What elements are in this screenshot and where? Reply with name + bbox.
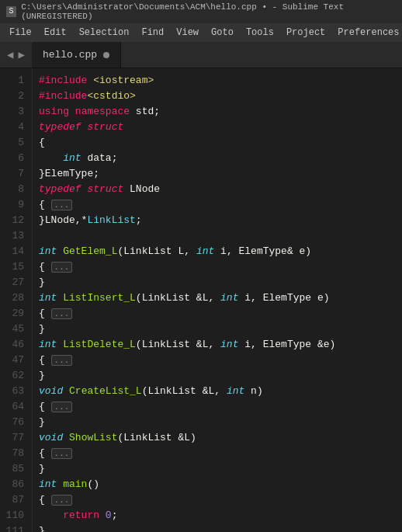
- menu-tools[interactable]: Tools: [240, 26, 280, 40]
- line-num-14: 14: [5, 244, 24, 259]
- line-num-27: 27: [5, 275, 24, 290]
- nav-right-arrow[interactable]: ▶: [16, 48, 26, 61]
- line-num-6: 6: [5, 151, 24, 166]
- line-num-64: 64: [5, 399, 24, 415]
- line-num-9: 9: [5, 197, 24, 213]
- tab-modified-dot: [103, 52, 109, 58]
- menu-file[interactable]: File: [3, 26, 38, 40]
- line-num-110: 110: [5, 508, 24, 523]
- line-num-28: 28: [5, 290, 24, 306]
- menu-bar: File Edit Selection Find View Goto Tools…: [0, 23, 402, 42]
- line-num-85: 85: [5, 461, 24, 477]
- line-num-15: 15: [5, 259, 24, 275]
- line-num-63: 63: [5, 384, 24, 399]
- menu-goto[interactable]: Goto: [205, 26, 240, 40]
- tab-hello-cpp[interactable]: hello.cpp: [32, 42, 121, 68]
- menu-preferences[interactable]: Preferences: [331, 26, 402, 40]
- menu-project[interactable]: Project: [280, 26, 331, 40]
- line-num-8: 8: [5, 182, 24, 197]
- nav-left-arrow[interactable]: ◀: [5, 48, 16, 61]
- nav-arrows: ◀ ▶: [0, 48, 32, 61]
- line-num-2: 2: [5, 89, 24, 104]
- app-icon: S: [6, 6, 16, 17]
- line-num-78: 78: [5, 446, 24, 461]
- line-num-1: 1: [5, 73, 24, 89]
- menu-edit[interactable]: Edit: [38, 26, 73, 40]
- title-bar: S C:\Users\Administrator\Documents\ACM\h…: [0, 0, 402, 23]
- line-num-12: 12: [5, 213, 24, 228]
- line-numbers: 1 2 3 4 5 6 7 8 9 12 13 14 15 27 28 29 4…: [0, 68, 33, 532]
- menu-selection[interactable]: Selection: [73, 26, 136, 40]
- line-num-13: 13: [5, 228, 24, 244]
- line-num-5: 5: [5, 135, 24, 151]
- tab-bar: ◀ ▶ hello.cpp: [0, 42, 402, 68]
- line-num-46: 46: [5, 337, 24, 353]
- line-num-29: 29: [5, 306, 24, 322]
- line-num-76: 76: [5, 415, 24, 430]
- line-num-3: 3: [5, 104, 24, 120]
- line-num-77: 77: [5, 430, 24, 446]
- menu-view[interactable]: View: [170, 26, 205, 40]
- line-num-62: 62: [5, 368, 24, 384]
- tab-label: hello.cpp: [43, 49, 97, 61]
- line-num-7: 7: [5, 166, 24, 182]
- menu-find[interactable]: Find: [135, 26, 170, 40]
- line-num-47: 47: [5, 353, 24, 368]
- line-num-4: 4: [5, 120, 24, 135]
- code-content[interactable]: #include <iostream> #include<cstdio> usi…: [33, 68, 402, 532]
- line-num-111: 111: [5, 523, 24, 532]
- line-num-87: 87: [5, 492, 24, 508]
- line-num-86: 86: [5, 477, 24, 492]
- window-title: C:\Users\Administrator\Documents\ACM\hel…: [21, 2, 396, 21]
- line-num-45: 45: [5, 322, 24, 337]
- code-area: 1 2 3 4 5 6 7 8 9 12 13 14 15 27 28 29 4…: [0, 68, 402, 532]
